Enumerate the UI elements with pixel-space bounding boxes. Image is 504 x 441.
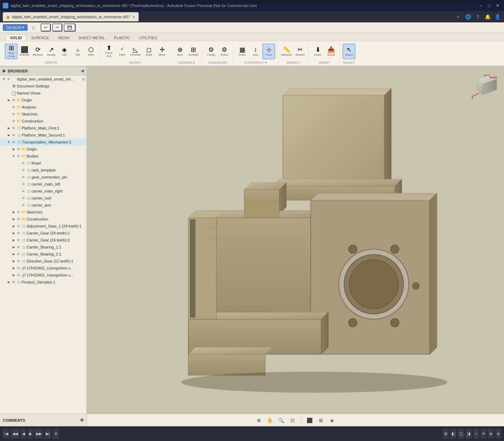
assemble-btn1[interactable]: ⊕ Joint [174,44,186,59]
loft-button[interactable]: ◈ Loft [58,44,71,59]
tree-item-carrier-bearing-2[interactable]: 👁 □ Carrier_Bearing_2:1 [0,251,86,258]
tree-item-transport-mech[interactable]: 👁 □ Transportation_Mechanism:1 [0,139,86,146]
shell-button[interactable]: ◻ Shell [142,44,155,59]
insert-btn2[interactable]: 📥 Decal [325,44,337,59]
tab-plastic[interactable]: PLASTIC [110,34,135,41]
new-tab-button[interactable]: + [454,13,462,21]
tree-item-body-carrier-left[interactable]: 👁 □ carrier_main_left [0,181,86,188]
tree-item-direction-gear[interactable]: 👁 □ Direction_Gear (12 teeth):1 [0,258,86,265]
view-cube[interactable]: RIGHT BACK X [470,72,498,100]
tree-item-origin[interactable]: 👁 📁 Origin [0,97,86,104]
play-first-button[interactable]: |◀ [3,429,9,439]
tree-item-platform-main-second[interactable]: 👁 □ Platform_Main_Second:1 [0,132,86,139]
tree-item-sketches-top[interactable]: 👁 📁 Sketches [0,111,86,118]
tree-item-root[interactable]: 👁 📄 digital_twin_enabled_smart_shi... ⚙ [0,76,86,83]
tree-item-tm-sketches[interactable]: 👁 📁 Sketches [0,209,86,216]
display-mode-button[interactable]: ⬛ [306,416,314,425]
play-prev-button[interactable]: ◀◀ [11,429,19,439]
tab-solid[interactable]: SOLID [6,34,27,41]
play-pause-button[interactable]: ⏸ [52,429,59,439]
tree-item-product-samples[interactable]: 👁 □ Product_Samples:1 [0,279,86,286]
fillet-button[interactable]: ◜ Fillet [116,44,128,59]
configure-btn2[interactable]: ⚙ Rules [218,44,231,59]
tree-item-analysis[interactable]: 👁 📁 Analysis [0,104,86,111]
status-tool-8[interactable]: ⊗ [495,429,501,439]
tab-help-button[interactable]: ? [474,13,482,21]
tree-item-doc-settings[interactable]: ⚙ Document Settings [0,83,86,90]
tree-item-carrier-gear-1[interactable]: 👁 □ Carrier_Gear (24 teeth):1 [0,230,86,237]
press-pull-button[interactable]: ⬆ Press Pull [103,44,115,59]
tree-item-body-carrier-arm[interactable]: 👁 □ carrier_arm [0,202,86,209]
status-tool-3[interactable]: ◫ [458,429,464,439]
construct-btn3[interactable]: ⊹ Point [262,44,275,59]
pan-button[interactable]: ✋ [266,416,274,425]
sweep-button[interactable]: ↗ Sweep [45,44,57,59]
design-menu[interactable]: DESIGN ▾ [3,24,28,31]
tree-item-tm-bodies[interactable]: 👁 📁 Bodies [0,153,86,160]
play-last-button[interactable]: ▶| [44,429,51,439]
tree-item-construction-top[interactable]: 👁 📁 Construction [0,118,86,125]
status-tool-6[interactable]: ✛ [481,429,486,439]
tree-item-adj-gear[interactable]: 👁 □ Adjustment_Gear_1 (24 teeth):1 [0,223,86,230]
tab-utilities[interactable]: UTILITIES [135,34,162,41]
appearance-button[interactable]: ◈ [328,416,336,425]
tree-item-tm-construction[interactable]: 👁 📁 Construction [0,216,86,223]
chamfer-button[interactable]: ◺ Chamfer [129,44,142,59]
extrude-button[interactable]: ⬛ Extrude [18,44,31,59]
tab-sheet-metal[interactable]: SHEET METAL [74,34,109,41]
status-tool-7[interactable]: ⊕ [488,429,494,439]
tree-item-body-gear-pin[interactable]: 👁 □ gear_connection_pin [0,174,86,181]
move-button[interactable]: ✛ Move [156,44,168,59]
play-next-step-button[interactable]: ▶ [28,429,33,439]
fit-button[interactable]: ⊡ [288,416,297,425]
eye-icon-root[interactable]: 👁 [6,77,11,82]
tree-item-tm-origin[interactable]: 👁 📁 Origin [0,146,86,153]
home-button[interactable]: ⌂ [29,24,37,31]
insert-btn1[interactable]: ⬇ Insert [312,44,324,59]
construct-btn1[interactable]: ▦ Plane [236,44,248,59]
tree-item-named-views[interactable]: 📋 Named Views [0,90,86,97]
status-tool-4[interactable]: ◨ [465,429,472,439]
redo-button[interactable]: ↪ [52,23,62,31]
grid-button[interactable]: ⊞ [317,416,325,425]
tab-close-icon[interactable]: ✕ [132,15,135,19]
measure-button[interactable]: 📏 Measure [280,44,293,59]
tree-item-body-carrier-right[interactable]: 👁 □ carrier_main_right [0,188,86,195]
comments-expand-button[interactable]: ⚙ [80,418,84,422]
status-tool-5[interactable]: ⊹ [473,429,479,439]
orbit-button[interactable]: ⊕ [255,416,263,425]
new-component-button[interactable]: ⊞ New Comp [5,44,18,59]
tab-online-button[interactable]: 🌐 [464,13,472,21]
tab-user-button[interactable]: 👤 [493,13,501,21]
undo-button[interactable]: ↩ [41,23,51,31]
rib-button[interactable]: ⬦ Rib [71,44,84,59]
zoom-button[interactable]: 🔍 [277,416,286,425]
active-tab[interactable]: ◆ digital_twin_enabled_smart_shipping_wo… [3,12,139,21]
close-button[interactable]: ✕ [494,2,501,9]
maximize-button[interactable]: □ [486,2,493,9]
status-tool-2[interactable]: ◧ [450,429,456,439]
configure-btn1[interactable]: ⚙ Config [205,44,217,59]
tab-bell-button[interactable]: 🔔 [484,13,491,21]
tree-item-stepper-2[interactable]: 👁 🔗 17HS3401_Usongshine v... [0,272,86,279]
save-button[interactable]: 💾 [64,23,76,31]
section-button[interactable]: ✂ Section [294,44,306,59]
tree-item-carrier-bearing-1[interactable]: 👁 □ Carrier_Bearing_1:1 [0,244,86,251]
tree-item-stepper-1[interactable]: 👁 🔗 17HS3401_Usongshine v... [0,265,86,272]
tab-surface[interactable]: SURFACE [27,34,54,41]
play-prev-step-button[interactable]: ◀ [21,429,26,439]
select-button[interactable]: ↖ Select [343,44,355,59]
web-button[interactable]: ⬡ Web [85,44,97,59]
status-tool-1[interactable]: ⊞ [443,429,449,439]
construct-btn2[interactable]: ↕ Axis [249,44,262,59]
tab-mesh[interactable]: MESH [54,34,74,41]
play-next-button[interactable]: ▶▶ [35,429,43,439]
browser-collapse-button[interactable]: ◀ [81,69,84,73]
tree-item-body-carrier-roof[interactable]: 👁 □ carrier_roof [0,195,86,202]
assemble-btn2[interactable]: ⊞ As-Built [187,44,200,59]
tree-item-platform-main-first[interactable]: 👁 □ Platform_Main_First:1 [0,125,86,132]
minimize-button[interactable]: − [477,2,484,9]
tree-item-body-rack[interactable]: 👁 □ rack_template [0,167,86,174]
revolve-button[interactable]: ⟳ Revolve [31,44,44,59]
viewport[interactable]: RIGHT BACK X [87,66,504,414]
